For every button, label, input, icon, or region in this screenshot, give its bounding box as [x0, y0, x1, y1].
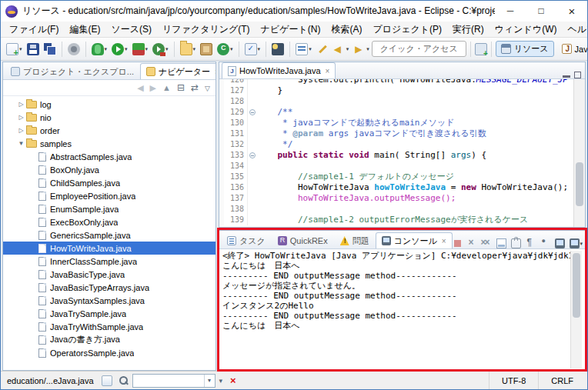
- tree-item[interactable]: BoxOnly.java: [3, 163, 215, 176]
- minimize-editor-button[interactable]: [563, 72, 570, 78]
- run-button[interactable]: ▾: [110, 42, 129, 56]
- last-edit-location-button[interactable]: [315, 42, 330, 56]
- search-input[interactable]: [133, 376, 204, 385]
- view-menu-button[interactable]: [205, 84, 210, 92]
- code-line[interactable]: 137 howToWriteJava.outputMessage();: [219, 193, 573, 204]
- save-all-button[interactable]: [42, 42, 58, 56]
- tree-item[interactable]: HowToWriteJava.java: [3, 242, 215, 255]
- menu-item[interactable]: ナビゲート(N): [256, 23, 326, 36]
- expand-arrow-icon[interactable]: ▷: [17, 127, 25, 134]
- maximize-editor-button[interactable]: [574, 72, 581, 78]
- menu-item[interactable]: プロジェクト(P): [367, 23, 447, 36]
- external-tools-button[interactable]: ▾: [151, 42, 170, 56]
- code-line[interactable]: 133 public static void main( String[] ar…: [219, 150, 573, 161]
- console-scrollbar[interactable]: [570, 251, 582, 368]
- fold-collapse-icon[interactable]: [249, 109, 256, 115]
- back-button[interactable]: [137, 84, 143, 92]
- tree-item[interactable]: OperatorsSample.java: [3, 346, 215, 359]
- code-line[interactable]: 131 * @param args javaコマンドで引き渡される引数: [219, 128, 573, 139]
- menu-item[interactable]: リファクタリング(T): [157, 23, 256, 36]
- save-button[interactable]: [25, 42, 41, 56]
- minimize-window-button[interactable]: [495, 1, 526, 22]
- coverage-button[interactable]: ▾: [131, 42, 150, 56]
- tree-item[interactable]: AbstractSamples.java: [3, 150, 215, 163]
- search-button[interactable]: [270, 42, 286, 56]
- code-line[interactable]: 130 * javaコマンドで起動されるmainメソッド: [219, 118, 573, 128]
- menu-item[interactable]: 実行(R): [447, 23, 489, 36]
- search-combo[interactable]: [132, 374, 215, 388]
- code-line[interactable]: 128: [219, 96, 573, 107]
- new-task-button[interactable]: ▾: [243, 42, 262, 56]
- open-perspective-icon[interactable]: [475, 43, 487, 55]
- new-class-button[interactable]: ▾: [215, 42, 235, 56]
- close-console-tab-icon[interactable]: ×: [442, 237, 446, 245]
- annotations-nav-button[interactable]: ▾: [294, 42, 313, 56]
- link-editor-button[interactable]: [191, 83, 199, 92]
- fold-collapse-icon[interactable]: [249, 152, 256, 158]
- terminate-button[interactable]: [453, 238, 463, 248]
- menu-item[interactable]: 検索(A): [326, 23, 367, 36]
- search-options-button[interactable]: [215, 377, 227, 385]
- tree-item[interactable]: JavaBasicTypeArrays.java: [3, 281, 215, 294]
- tree-item[interactable]: EmployeePosition.java: [3, 189, 215, 202]
- menu-item[interactable]: ソース(S): [105, 23, 157, 36]
- tree-item[interactable]: EnumSample.java: [3, 202, 215, 215]
- collapse-all-button[interactable]: [177, 83, 185, 92]
- remove-all-launches-button[interactable]: [482, 238, 492, 248]
- code-line[interactable]: 139 //sample1-2 outputErrorMessageが実行される…: [219, 215, 573, 225]
- tree-item[interactable]: ▷log: [3, 98, 215, 111]
- tree-item[interactable]: GenericsSample.java: [3, 228, 215, 242]
- menu-item[interactable]: ヘルプ(H): [562, 23, 588, 36]
- code-line[interactable]: 136 HowToWriteJava howToWriteJava = new …: [219, 182, 573, 193]
- expand-arrow-icon[interactable]: ▷: [17, 101, 25, 108]
- menu-item[interactable]: ウィンドウ(W): [489, 23, 563, 36]
- console-tab-tasks[interactable]: タスク: [221, 232, 272, 248]
- scroll-lock-button[interactable]: [511, 238, 521, 248]
- word-wrap-button[interactable]: [526, 238, 536, 248]
- tree-item[interactable]: InnerClassSample.java: [3, 255, 215, 268]
- console-scrollbar-thumb[interactable]: [573, 253, 580, 318]
- tree-item[interactable]: JavaTrySample.java: [3, 307, 215, 320]
- console-body[interactable]: <終了> HowToWriteJava [Java アプリケーション] C:¥d…: [219, 249, 585, 370]
- new-java-project-button[interactable]: ▾: [179, 42, 198, 56]
- tree-item[interactable]: Javaの書き方.java: [3, 333, 215, 346]
- code-line[interactable]: 134: [219, 161, 573, 172]
- tree-item[interactable]: ExecBoxOnly.java: [3, 215, 215, 228]
- tree-item[interactable]: ▷nio: [3, 111, 215, 124]
- tree-item[interactable]: ▷order: [3, 124, 215, 137]
- tree-item[interactable]: ▼samples: [3, 137, 215, 150]
- new-wizard-button[interactable]: ▾: [5, 42, 24, 56]
- maximize-window-button[interactable]: [526, 1, 556, 22]
- view-tab-navigator[interactable]: ナビゲーター×: [140, 63, 216, 79]
- search-icon[interactable]: [119, 375, 129, 386]
- forward-button[interactable]: ▾: [352, 42, 371, 56]
- tree-item[interactable]: JavaBasicType.java: [3, 268, 215, 281]
- open-console-button[interactable]: ▾: [570, 238, 583, 248]
- quick-access-button[interactable]: クイック・アクセス: [372, 41, 466, 57]
- pin-console-button[interactable]: [540, 238, 550, 248]
- debug-button[interactable]: ▾: [90, 42, 109, 56]
- editor-scrollbar-thumb[interactable]: [576, 162, 583, 207]
- code-line[interactable]: 126 System.out.println( HowToWriteJava.M…: [219, 79, 573, 85]
- build-all-button[interactable]: [66, 42, 82, 56]
- editor-tab-howtowritejava[interactable]: HowToWriteJava.java ×: [222, 62, 336, 78]
- code-line[interactable]: 129 /**: [219, 107, 573, 118]
- clear-console-button[interactable]: [496, 238, 506, 248]
- code-line[interactable]: 135 //sample1-1 デフォルトのメッセージ: [219, 172, 573, 182]
- close-window-button[interactable]: [556, 1, 587, 22]
- forward-button[interactable]: [150, 84, 156, 92]
- display-selected-console-button[interactable]: [555, 238, 565, 248]
- console-tab-quickrex[interactable]: QuickREx: [272, 232, 334, 248]
- menu-item[interactable]: ファイル(F): [4, 23, 64, 36]
- tree-item[interactable]: JavaTryWithSample.java: [3, 320, 215, 333]
- code-area[interactable]: 126 System.out.println( HowToWriteJava.M…: [219, 79, 573, 227]
- console-tab-problems[interactable]: 問題: [334, 232, 376, 248]
- combo-dropdown-icon[interactable]: [204, 375, 215, 387]
- up-button[interactable]: [162, 84, 171, 92]
- close-editor-tab-icon[interactable]: ×: [326, 67, 330, 75]
- tree-item[interactable]: JavaSyntaxSamples.java: [3, 294, 215, 307]
- view-tab-project-explorer[interactable]: プロジェクト・エクスプロ...: [5, 63, 140, 79]
- expand-arrow-icon[interactable]: ▷: [17, 114, 25, 121]
- back-button[interactable]: ▾: [332, 42, 351, 56]
- editor-scrollbar[interactable]: [573, 79, 585, 227]
